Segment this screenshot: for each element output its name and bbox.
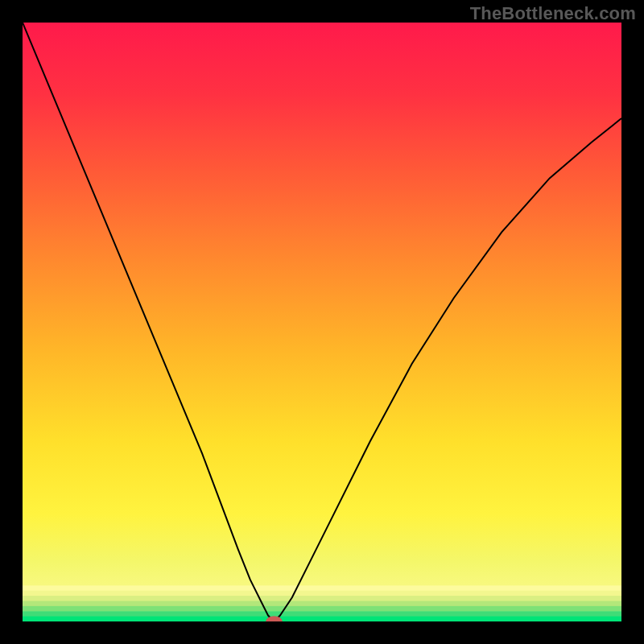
gradient-background	[23, 23, 621, 621]
svg-rect-3	[23, 601, 621, 606]
watermark-text: TheBottleneck.com	[470, 3, 636, 24]
svg-rect-2	[23, 596, 621, 601]
bottom-green-band	[23, 585, 621, 621]
svg-rect-6	[23, 617, 621, 621]
plot-area	[23, 23, 621, 621]
svg-rect-1	[23, 591, 621, 597]
svg-rect-5	[23, 611, 621, 617]
chart-frame: TheBottleneck.com	[0, 0, 644, 644]
svg-rect-4	[23, 606, 621, 612]
chart-svg	[23, 23, 621, 621]
svg-rect-0	[23, 585, 621, 591]
